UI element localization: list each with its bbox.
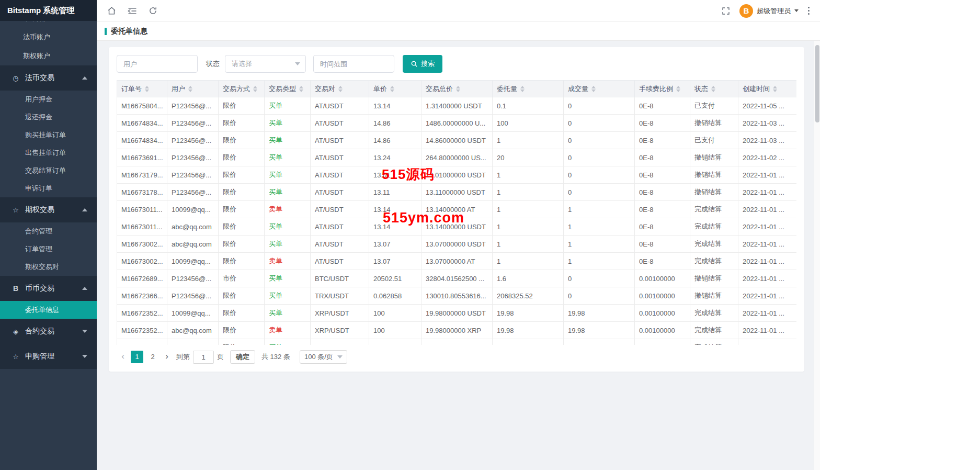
goto-page-input[interactable]: [193, 351, 214, 364]
trade-type: 买单: [269, 240, 282, 248]
chevron-up-icon: [82, 287, 87, 290]
letter-b-icon: B: [12, 284, 20, 293]
sidebar-section[interactable]: ◷法币交易: [0, 65, 97, 91]
sort-icon[interactable]: [338, 86, 343, 92]
sidebar-section[interactable]: ☆申购管理: [0, 344, 97, 369]
table-row[interactable]: M16673002...10099@qq...限价卖单AT/USDT13.071…: [117, 253, 797, 270]
sidebar-item[interactable]: 购买挂单订单: [0, 126, 97, 144]
more-dots-icon[interactable]: [808, 7, 810, 15]
menu-fold-icon[interactable]: [128, 7, 137, 15]
vertical-scrollbar[interactable]: [814, 41, 820, 470]
table-row[interactable]: M16675804...P123456@...限价买单AT/USDT13.141…: [117, 97, 797, 115]
sort-icon[interactable]: [390, 86, 394, 92]
sidebar-item[interactable]: 期权交易对: [0, 258, 97, 276]
table-row[interactable]: M16673691...P123456@...限价买单AT/USDT13.242…: [117, 149, 797, 166]
sort-icon[interactable]: [591, 86, 596, 92]
sort-icon[interactable]: [145, 86, 149, 92]
table-row[interactable]: M16674834...P123456@...限价买单AT/USDT14.861…: [117, 132, 797, 149]
table-row[interactable]: M16673011...abc@qq.com限价买单AT/USDT13.1413…: [117, 218, 797, 236]
table-row[interactable]: M16673178...P123456@...限价买单AT/USDT13.111…: [117, 184, 797, 201]
sidebar-item[interactable]: 申诉订单: [0, 180, 97, 197]
search-button[interactable]: 搜索: [403, 55, 442, 73]
next-page-button[interactable]: ›: [161, 351, 173, 363]
trade-type: 买单: [269, 102, 282, 109]
search-icon: [411, 60, 418, 68]
column-header[interactable]: 状态: [690, 81, 738, 97]
column-header-label: 订单号: [121, 85, 142, 93]
column-header-label: 交易类型: [269, 85, 296, 93]
chevron-up-icon: [82, 76, 87, 80]
page-number-button[interactable]: 1: [131, 351, 143, 363]
status-select[interactable]: 请选择: [225, 55, 306, 73]
column-header-label: 交易对: [315, 85, 335, 93]
column-header[interactable]: 手续费比例: [635, 81, 690, 97]
table-row[interactable]: M16672689...P123456@...市价买单BTC/USDT20502…: [117, 270, 797, 287]
sidebar-section[interactable]: B币币交易: [0, 276, 97, 301]
column-header[interactable]: 交易方式: [219, 81, 265, 97]
trade-type: 买单: [269, 292, 282, 299]
column-header-label: 用户: [172, 85, 185, 93]
sidebar-item[interactable]: 交易结算订单: [0, 162, 97, 180]
page-title: 委托单信息: [111, 27, 147, 36]
trade-type: 买单: [269, 309, 282, 317]
chevron-down-icon: [794, 9, 799, 12]
table-row[interactable]: M16672351...abc@qq.com限价买单XRP/USDT0.11.0…: [117, 339, 797, 345]
confirm-button[interactable]: 确定: [230, 350, 255, 364]
sidebar-item[interactable]: 委托单信息: [0, 301, 97, 319]
sort-icon[interactable]: [520, 86, 525, 92]
sidebar-item[interactable]: 退还押金: [0, 108, 97, 126]
star-icon: ☆: [12, 206, 20, 214]
sidebar-section[interactable]: ☆期权交易: [0, 197, 97, 222]
sort-icon[interactable]: [711, 86, 715, 92]
column-header[interactable]: 交易总价: [421, 81, 493, 97]
column-header[interactable]: 交易对: [311, 81, 369, 97]
user-name: 超级管理员: [757, 6, 791, 16]
table-row[interactable]: M16673179...P123456@...限价买单AT/USDT13.011…: [117, 166, 797, 184]
column-header[interactable]: 成交量: [564, 81, 635, 97]
sidebar-item[interactable]: 币币账户: [0, 21, 97, 28]
column-header[interactable]: 交易类型: [265, 81, 311, 97]
time-range-input[interactable]: [313, 55, 394, 73]
table-row[interactable]: M16672366...P123456@...限价买单TRX/USDT0.062…: [117, 287, 797, 305]
column-header[interactable]: 用户: [167, 81, 219, 97]
column-header[interactable]: 单价: [369, 81, 421, 97]
table-row[interactable]: M16674834...P123456@...限价买单AT/USDT14.861…: [117, 115, 797, 132]
column-header-label: 交易总价: [426, 85, 453, 93]
title-marker: [105, 28, 107, 35]
sidebar-item[interactable]: 用户押金: [0, 91, 97, 108]
sidebar-section-label: 法币交易: [25, 73, 54, 83]
prev-page-button[interactable]: ‹: [117, 351, 129, 363]
page-number-button[interactable]: 2: [146, 351, 159, 363]
sidebar-item[interactable]: 订单管理: [0, 240, 97, 258]
sidebar-item[interactable]: 法币账户: [0, 28, 97, 47]
orders-table-wrap: 订单号用户交易方式交易类型交易对单价交易总价委托量成交量手续费比例状态创建时间 …: [117, 80, 796, 345]
user-filter-input[interactable]: [117, 55, 198, 73]
table-row[interactable]: M16672352...10099@qq...限价买单XRP/USDT10019…: [117, 305, 797, 322]
trade-type: 买单: [269, 222, 282, 230]
table-row[interactable]: M16673011...10099@qq...限价卖单AT/USDT13.141…: [117, 201, 797, 218]
refresh-icon[interactable]: [149, 6, 157, 15]
sort-icon[interactable]: [676, 86, 680, 92]
sort-icon[interactable]: [299, 86, 303, 92]
sidebar-item[interactable]: 出售挂单订单: [0, 144, 97, 162]
column-header[interactable]: 订单号: [117, 81, 167, 97]
sidebar-item[interactable]: 合约管理: [0, 222, 97, 240]
home-icon[interactable]: [107, 6, 116, 15]
column-header[interactable]: 委托量: [493, 81, 564, 97]
page-size-select[interactable]: 100 条/页: [300, 350, 347, 364]
sort-icon[interactable]: [253, 86, 257, 92]
column-header[interactable]: 创建时间: [738, 81, 797, 97]
sidebar-item[interactable]: 期权账户: [0, 47, 97, 65]
sidebar-section[interactable]: ◈合约交易: [0, 319, 97, 344]
fullscreen-icon[interactable]: [722, 7, 730, 15]
scrollbar-thumb[interactable]: [815, 45, 819, 122]
sort-icon[interactable]: [773, 86, 777, 92]
table-row[interactable]: M16672352...abc@qq.com限价卖单XRP/USDT10019.…: [117, 322, 797, 339]
sort-icon[interactable]: [188, 86, 192, 92]
sort-icon[interactable]: [456, 86, 460, 92]
user-menu[interactable]: B 超级管理员: [739, 4, 799, 18]
column-header-label: 成交量: [568, 85, 588, 93]
trade-type: 卖单: [269, 205, 282, 213]
table-row[interactable]: M16673002...abc@qq.com限价买单AT/USDT13.0713…: [117, 236, 797, 253]
table-body: M16675804...P123456@...限价买单AT/USDT13.141…: [117, 97, 797, 345]
